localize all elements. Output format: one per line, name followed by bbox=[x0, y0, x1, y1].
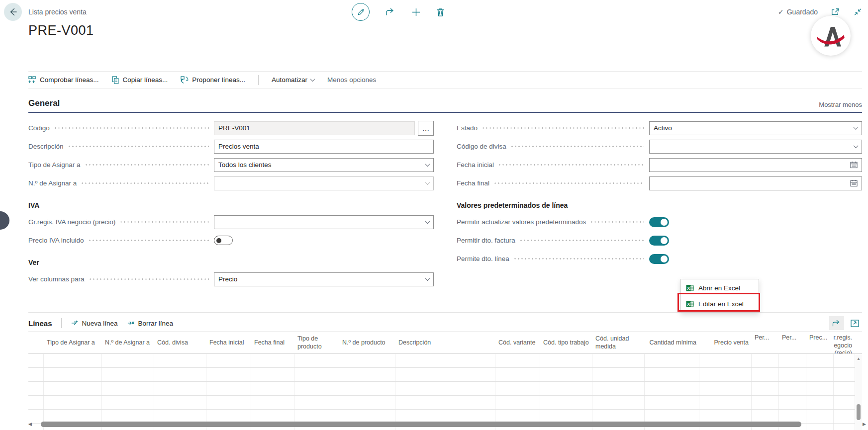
vertical-scrollbar[interactable]: ▲ ▼ bbox=[855, 354, 862, 430]
gr-regis-iva-select[interactable] bbox=[214, 215, 434, 229]
table-cell bbox=[699, 382, 752, 395]
table-cell bbox=[154, 382, 206, 395]
open-in-new-window-button[interactable] bbox=[830, 7, 841, 17]
horizontal-scroll-track[interactable] bbox=[34, 421, 861, 428]
table-row bbox=[28, 354, 862, 368]
divisa-select[interactable] bbox=[649, 140, 862, 154]
focus-mode-button[interactable] bbox=[847, 316, 862, 330]
column-header[interactable]: N.º de producto bbox=[339, 332, 395, 353]
back-button[interactable] bbox=[4, 3, 22, 21]
assist-edit-button[interactable]: … bbox=[418, 121, 434, 136]
table-cell bbox=[779, 368, 806, 381]
delete-button[interactable] bbox=[435, 6, 446, 18]
column-header[interactable]: Cód. unidad medida bbox=[592, 332, 645, 353]
table-cell bbox=[834, 382, 855, 395]
table-cell bbox=[28, 382, 44, 395]
column-header[interactable]: Fecha inicial bbox=[206, 332, 251, 353]
chevron-down-icon bbox=[854, 125, 859, 130]
table-cell bbox=[779, 354, 806, 367]
horizontal-scroll-thumb[interactable] bbox=[41, 422, 801, 427]
permitir-actualizar-toggle[interactable] bbox=[649, 217, 669, 227]
svg-text:X: X bbox=[687, 285, 690, 290]
menu-item-edit-in-excel[interactable]: X Editar en Excel bbox=[681, 296, 759, 312]
side-panel-handle[interactable] bbox=[0, 211, 9, 230]
column-header[interactable]: Per... bbox=[752, 332, 779, 353]
table-cell bbox=[752, 368, 779, 381]
calendar-icon[interactable] bbox=[850, 179, 858, 187]
propose-lines-button[interactable]: Proponer líneas... bbox=[181, 76, 245, 84]
precio-iva-incluido-label: Precio IVA incluido bbox=[28, 237, 84, 244]
descripcion-input[interactable] bbox=[214, 140, 434, 154]
ver-columnas-select[interactable]: Precio bbox=[214, 272, 434, 286]
automate-button[interactable]: Automatizar bbox=[272, 76, 314, 84]
table-cell bbox=[206, 368, 251, 381]
table-cell bbox=[806, 368, 834, 381]
column-header[interactable]: Cantidad mínima bbox=[645, 332, 699, 353]
fecha-inicial-input[interactable] bbox=[649, 158, 862, 172]
codigo-label: Código bbox=[28, 124, 50, 132]
open-in-excel-label: Abrir en Excel bbox=[698, 284, 740, 292]
share-icon bbox=[385, 7, 396, 17]
scroll-left-arrow[interactable]: ◀ bbox=[28, 422, 32, 427]
permitir-dto-factura-toggle[interactable] bbox=[649, 236, 669, 246]
num-asignar-select[interactable] bbox=[214, 176, 434, 190]
table-row bbox=[28, 368, 862, 382]
dotted-leader bbox=[90, 278, 209, 280]
permite-dto-linea-toggle[interactable] bbox=[649, 254, 669, 264]
ver-subsection-title: Ver bbox=[28, 257, 434, 267]
less-options-button[interactable]: Menos opciones bbox=[327, 76, 376, 84]
lines-header-divider bbox=[61, 318, 62, 328]
column-header[interactable]: Cód. tipo trabajo bbox=[540, 332, 592, 353]
share-button[interactable] bbox=[384, 6, 397, 18]
precio-iva-incluido-toggle[interactable] bbox=[214, 236, 233, 245]
page-title: PRE-V001 bbox=[28, 23, 94, 38]
column-header[interactable]: N.º de Asignar a bbox=[102, 332, 154, 353]
fecha-final-input[interactable] bbox=[649, 176, 862, 190]
dotted-leader bbox=[514, 258, 644, 259]
share-to-excel-button[interactable] bbox=[829, 316, 844, 330]
field-permite-dto-linea: Permite dto. línea bbox=[457, 250, 862, 268]
table-cell bbox=[806, 354, 834, 367]
table-cell bbox=[154, 396, 206, 409]
table-cell bbox=[294, 396, 339, 409]
copy-lines-button[interactable]: Copiar líneas... bbox=[112, 76, 168, 84]
column-header[interactable]: Cód. divisa bbox=[154, 332, 206, 353]
column-header[interactable]: Descripción bbox=[395, 332, 495, 353]
gr-regis-iva-label: Gr.regis. IVA negocio (precio) bbox=[28, 218, 115, 226]
column-header[interactable]: Precio venta bbox=[699, 332, 752, 353]
new-line-button[interactable]: Nueva línea bbox=[71, 320, 118, 327]
trash-icon bbox=[436, 7, 445, 17]
column-header[interactable]: Tipo de producto bbox=[294, 332, 339, 353]
table-cell bbox=[779, 382, 806, 395]
menu-item-open-in-excel[interactable]: X Abrir en Excel bbox=[681, 280, 759, 296]
scroll-up-arrow[interactable]: ▲ bbox=[857, 356, 861, 361]
column-header[interactable]: Gr.regis. negocio (recio) bbox=[834, 332, 855, 353]
table-cell bbox=[44, 368, 102, 381]
table-cell bbox=[645, 354, 699, 367]
codigo-input[interactable] bbox=[214, 121, 415, 135]
column-header[interactable]: Per... bbox=[779, 332, 806, 353]
excel-icon: X bbox=[686, 284, 694, 292]
fecha-final-label: Fecha final bbox=[457, 179, 489, 187]
horizontal-scrollbar[interactable]: ◀ ▶ bbox=[28, 421, 866, 428]
column-header[interactable]: Fecha final bbox=[251, 332, 294, 353]
estado-select[interactable]: Activo bbox=[649, 121, 862, 135]
scroll-right-arrow[interactable]: ▶ bbox=[863, 422, 866, 427]
permitir-dto-factura-label: Permitir dto. factura bbox=[457, 237, 515, 244]
column-header[interactable]: Cód. variante bbox=[495, 332, 540, 353]
general-section: General Mostrar menos Código … Descripci… bbox=[28, 95, 862, 288]
calendar-icon[interactable] bbox=[850, 161, 858, 169]
dotted-leader bbox=[86, 164, 209, 166]
new-button[interactable] bbox=[410, 6, 422, 18]
table-cell bbox=[28, 354, 44, 367]
column-header[interactable]: Tipo de Asignar a bbox=[44, 332, 102, 353]
tipo-asignar-select[interactable]: Todos los clientes bbox=[214, 158, 434, 172]
column-header[interactable]: Prec... bbox=[806, 332, 834, 353]
vertical-scroll-thumb[interactable] bbox=[857, 404, 861, 420]
delete-line-button[interactable]: Borrar línea bbox=[127, 320, 174, 327]
collapse-window-button[interactable] bbox=[853, 7, 863, 17]
show-less-link[interactable]: Mostrar menos bbox=[819, 101, 862, 108]
check-lines-button[interactable]: Comprobar líneas... bbox=[28, 76, 99, 84]
edit-button[interactable] bbox=[351, 2, 371, 22]
table-cell bbox=[699, 354, 752, 367]
